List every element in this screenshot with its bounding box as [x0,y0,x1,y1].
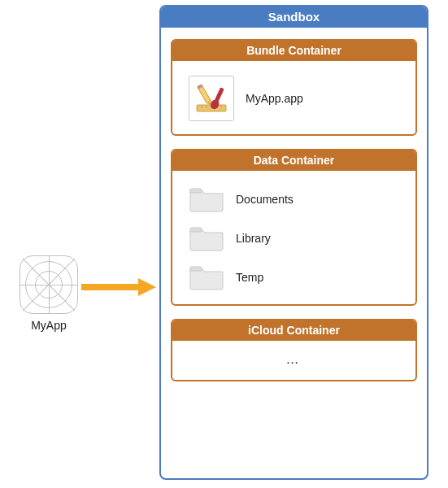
app-bundle-icon [189,76,234,121]
folder-icon [189,224,224,252]
folder-icon [189,185,224,213]
folder-row: Temp [182,260,406,294]
bundle-container: Bundle Container [171,39,417,136]
folder-label: Library [236,232,271,245]
folder-icon [189,264,224,291]
app-block: MyApp [16,255,81,332]
folder-label: Documents [236,193,294,206]
data-container-body: Documents Library [172,171,415,304]
diagram-canvas: MyApp Sandbox Bundle Container [0,0,448,488]
sandbox-title: Sandbox [161,7,427,28]
folder-row: Library [182,221,406,255]
icloud-ellipsis: … [172,341,415,380]
icloud-container: iCloud Container … [171,319,417,381]
data-container-title: Data Container [172,150,415,171]
arrow-icon [81,278,156,296]
bundle-container-title: Bundle Container [172,41,415,61]
folder-label: Temp [236,271,263,284]
bundle-container-body: MyApp.app [172,61,415,134]
bundle-item-row: MyApp.app [182,72,406,124]
app-label: MyApp [16,319,81,332]
bundle-item-label: MyApp.app [246,92,303,105]
svg-marker-1 [138,278,156,296]
app-icon [20,255,78,314]
icloud-container-title: iCloud Container [172,320,415,341]
sandbox-panel: Sandbox Bundle Container [159,5,428,480]
folder-row: Documents [182,182,406,216]
data-container: Data Container Documents [171,149,417,306]
sandbox-body: Bundle Container [161,28,427,401]
